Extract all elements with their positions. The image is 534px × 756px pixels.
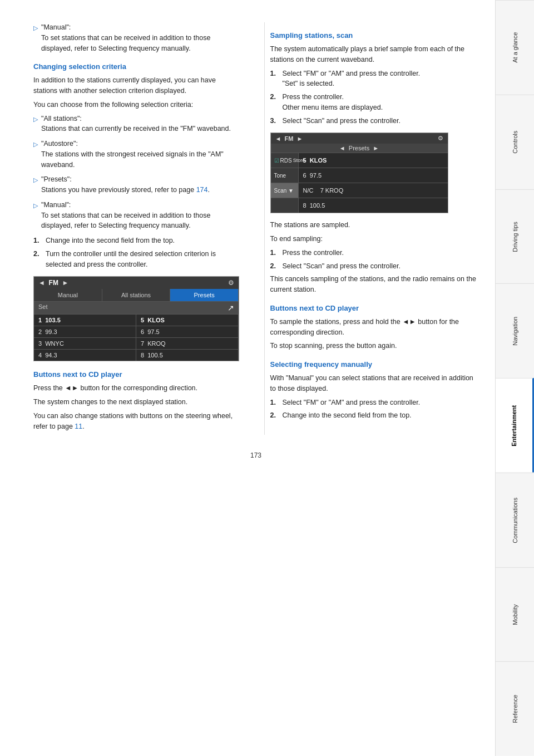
screen1-header: ◄ FM ► ⚙ — [34, 277, 239, 289]
sidebar-tab-communications[interactable]: Communications — [496, 473, 534, 567]
screen-display-1: ◄ FM ► ⚙ Manual All stations Presets Set… — [33, 276, 239, 361]
screen2-icon-scan: Scan ▼ — [271, 183, 299, 198]
sampling-step-2-text: Press the controller. — [283, 93, 344, 101]
screen1-row-3: 3 WNYC 7 KROQ — [34, 337, 239, 349]
end-sampling-text: To end sampling: — [270, 234, 479, 244]
screen2-icon-tone: Tone — [271, 168, 299, 183]
screen1-cursor-icon: ↗ — [228, 303, 234, 312]
screen2-row-scan-data: N/C 7 KROQ — [299, 185, 448, 195]
top-manual-content: "Manual": To set stations that can be re… — [41, 22, 242, 53]
top-manual-bullet: ▷ "Manual": To set stations that can be … — [33, 22, 242, 53]
sidebar-tab-entertainment[interactable]: Entertainment — [496, 378, 534, 473]
screen-display-2: ◄ FM ► ⚙ ◄ Presets ► ☑ RDSStore 5 KLOS T… — [270, 132, 448, 213]
sidebar-tab-at-a-glance[interactable]: At a glance — [496, 0, 534, 95]
screen1-row2-col1: 2 99.3 — [34, 326, 136, 337]
screen1-row1-col2: 5 KLOS — [136, 315, 239, 326]
changing-intro1: In addition to the stations currently di… — [33, 75, 242, 96]
screen2-row-last: 8 100.5 — [271, 198, 448, 213]
buttons-cd-para1: Press the ◄► button for the correspondin… — [33, 383, 242, 394]
sampling-step-2-content: Press the controller. Other menu items a… — [283, 92, 383, 113]
sampling-step-3: 3. Select "Scan" and press the controlle… — [270, 116, 479, 126]
screen1-row4-col2: 8 100.5 — [136, 350, 239, 361]
screen1-header-text: ◄ FM ► — [38, 279, 68, 287]
sidebar-tab-reference[interactable]: Reference — [496, 661, 534, 756]
freq-step-2-text: Change into the second field from the to… — [283, 410, 412, 421]
cancels-sampling-text: This cancels sampling of the stations, a… — [270, 274, 479, 295]
screen2-row-scan: Scan ▼ N/C 7 KROQ — [271, 183, 448, 198]
bullet-autostore-content: "Autostore": The stations with the stron… — [41, 139, 242, 170]
left-column: ▷ "Manual": To set stations that can be … — [33, 22, 248, 435]
bullet-manual: ▷ "Manual": To set stations that can be … — [33, 200, 242, 231]
end-step-1-text: Press the controller. — [283, 248, 344, 258]
screen2-row-tone-data: 6 97.5 — [299, 170, 448, 180]
bullet-manual-text: To set stations that can be received in … — [41, 212, 210, 230]
end-step-2: 2. Select "Scan" and press the controlle… — [270, 261, 479, 272]
step-2-num: 2. — [33, 249, 41, 270]
bullet-presets-content: "Presets": Stations you have previously … — [41, 174, 242, 195]
sidebar-tab-navigation[interactable]: Navigation — [496, 283, 534, 378]
screen1-row4-col1: 4 94.3 — [34, 350, 136, 361]
sampling-step-2-num: 2. — [270, 92, 278, 113]
bullet-manual-content: "Manual": To set stations that can be re… — [41, 200, 242, 231]
screen1-row-2: 2 99.3 6 97.5 — [34, 326, 239, 337]
bullet-arrow-icon: ▷ — [33, 115, 38, 135]
freq-step-2: 2. Change into the second field from the… — [270, 410, 479, 421]
step-1: 1. Change into the second field from the… — [33, 235, 242, 246]
screen2-row-rds: ☑ RDSStore 5 KLOS — [271, 153, 448, 168]
changing-intro2: You can choose from the following select… — [33, 100, 242, 110]
screen2-header: ◄ FM ► ⚙ — [271, 133, 448, 144]
bullet-all-stations: ▷ "All stations": Stations that can curr… — [33, 114, 242, 135]
buttons-cd-para3: You can also change stations with button… — [33, 411, 242, 432]
bullet-presets: ▷ "Presets": Stations you have previousl… — [33, 174, 242, 195]
section-buttons-cd-heading-left: Buttons next to CD player — [33, 370, 242, 379]
bullet-presets-title: "Presets": — [41, 175, 72, 183]
screen2-header-left: ◄ FM ► — [275, 135, 303, 142]
bullet-all-stations-content: "All stations": Stations that can curren… — [41, 114, 242, 135]
freq-step-2-num: 2. — [270, 410, 278, 421]
screen1-set-label: Set — [38, 303, 48, 312]
end-step-2-num: 2. — [270, 261, 278, 272]
screen2-presets: ◄ Presets ► — [271, 144, 448, 153]
sidebar-tab-driving-tips[interactable]: Driving tips — [496, 189, 534, 284]
bullet-arrow-icon: ▷ — [33, 175, 38, 195]
section-sampling-heading: Sampling stations, scan — [270, 31, 479, 40]
screen1-row-4: 4 94.3 8 100.5 — [34, 349, 239, 361]
bullet-arrow-icon: ▷ — [33, 23, 38, 53]
screen2-icon-rds: ☑ RDSStore — [271, 153, 299, 168]
sidebar-tab-controls[interactable]: Controls — [496, 95, 534, 189]
sampling-step-1: 1. Select "FM" or "AM" and press the con… — [270, 68, 479, 90]
step-1-num: 1. — [33, 235, 41, 246]
screen1-row-1: 1 103.5 5 KLOS — [34, 314, 239, 326]
freq-step-1-num: 1. — [270, 397, 278, 408]
freq-step-1: 1. Select "FM" or "AM" and press the con… — [270, 397, 479, 408]
sampling-step-2-sub: Other menu items are displayed. — [283, 104, 383, 111]
link-174[interactable]: 174 — [196, 186, 208, 194]
end-step-2-text: Select "Scan" and press the controller. — [283, 261, 400, 272]
top-manual-title: "Manual": — [41, 23, 71, 31]
sampling-step-1-num: 1. — [270, 68, 278, 90]
step-2-text: Turn the controller until the desired se… — [46, 249, 242, 270]
end-step-1-num: 1. — [270, 248, 278, 258]
screen1-row3-col2: 7 KROQ — [136, 338, 239, 349]
sampling-step-2: 2. Press the controller. Other menu item… — [270, 92, 479, 113]
sidebar-tab-mobility[interactable]: Mobility — [496, 567, 534, 662]
screen1-row2-col2: 6 97.5 — [136, 326, 239, 337]
bullet-all-stations-title: "All stations": — [41, 115, 82, 122]
step-1-text: Change into the second field from the to… — [46, 235, 175, 246]
bullet-arrow-icon: ▷ — [33, 140, 38, 170]
bullet-all-stations-text: Stations that can currently be received … — [41, 125, 231, 132]
screen2-row-last-data: 8 100.5 — [299, 200, 448, 210]
sampling-intro: The system automatically plays a brief s… — [270, 44, 479, 65]
screen2-row-rds-data: 5 KLOS — [299, 155, 448, 165]
freq-manually-intro: With "Manual" you can select stations th… — [270, 373, 479, 394]
sampling-step-1-content: Select "FM" or "AM" and press the contro… — [283, 68, 421, 90]
screen1-tabs: Manual All stations Presets — [34, 289, 239, 301]
bullet-autostore: ▷ "Autostore": The stations with the str… — [33, 139, 242, 170]
sampling-step-3-text: Select "Scan" and press the controller. — [283, 116, 400, 126]
bullet-manual-title: "Manual": — [41, 201, 71, 209]
link-11[interactable]: 11 — [75, 423, 82, 430]
screen2-row-tone: Tone 6 97.5 — [271, 168, 448, 183]
screen1-tab-presets: Presets — [170, 289, 239, 301]
sampling-step-3-num: 3. — [270, 116, 278, 126]
section-freq-manually-heading: Selecting frequency manually — [270, 360, 479, 369]
